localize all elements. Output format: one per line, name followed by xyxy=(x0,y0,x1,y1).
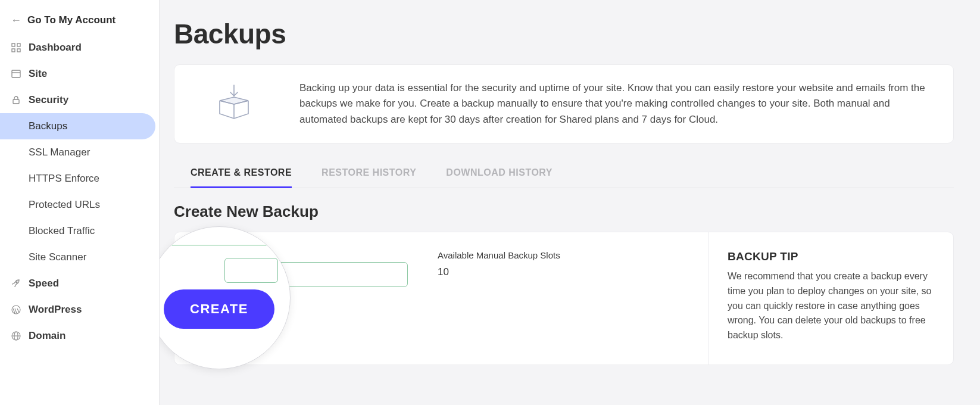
sidebar-item-label: Dashboard xyxy=(29,42,82,54)
create-button-label: CREATE xyxy=(190,301,248,316)
svg-rect-2 xyxy=(12,49,15,52)
tab-label: CREATE & RESTORE xyxy=(191,167,292,177)
sidebar-item-label: Security xyxy=(29,94,68,106)
svg-point-7 xyxy=(16,282,17,283)
sidebar-subitem-site-scanner[interactable]: Site Scanner xyxy=(0,244,159,270)
svg-rect-4 xyxy=(12,70,20,77)
sidebar-subitem-blocked-traffic[interactable]: Blocked Traffic xyxy=(0,218,159,244)
sidebar-subitem-backups[interactable]: Backups xyxy=(0,113,155,139)
sidebar-item-domain[interactable]: Domain xyxy=(0,323,159,349)
sidebar-item-label: WordPress xyxy=(29,304,82,316)
slots-value: 10 xyxy=(438,266,689,278)
tip-text: We recommend that you create a backup ev… xyxy=(728,269,934,343)
go-to-account-link[interactable]: ← Go To My Account xyxy=(0,8,159,35)
tabs: CREATE & RESTORE RESTORE HISTORY DOWNLOA… xyxy=(174,159,954,188)
lock-icon xyxy=(11,95,21,105)
tab-label: DOWNLOAD HISTORY xyxy=(446,167,553,177)
wordpress-icon xyxy=(11,304,21,315)
sidebar-subitem-label: Backups xyxy=(29,120,67,132)
tab-download-history[interactable]: DOWNLOAD HISTORY xyxy=(446,159,553,188)
svg-rect-3 xyxy=(17,49,20,52)
sidebar-subitem-https-enforce[interactable]: HTTPS Enforce xyxy=(0,166,159,192)
info-card: Backing up your data is essential for th… xyxy=(174,64,954,144)
sidebar-subitem-label: HTTPS Enforce xyxy=(29,173,99,185)
main-content: Backups Backing up your data is essentia… xyxy=(160,0,980,405)
go-to-account-label: Go To My Account xyxy=(27,14,116,26)
slots-label: Available Manual Backup Slots xyxy=(438,250,689,260)
svg-rect-0 xyxy=(12,43,15,46)
tab-label: RESTORE HISTORY xyxy=(322,167,416,177)
sidebar-subitem-label: Site Scanner xyxy=(29,251,86,263)
sidebar-subitem-ssl-manager[interactable]: SSL Manager xyxy=(0,139,159,166)
site-icon xyxy=(11,68,21,79)
backup-tip-panel: BACKUP TIP We recommend that you create … xyxy=(708,232,953,364)
sidebar-item-security[interactable]: Security xyxy=(0,87,159,113)
sidebar-item-speed[interactable]: Speed xyxy=(0,270,159,297)
sidebar-subitem-label: SSL Manager xyxy=(29,147,90,158)
magnifier-divider xyxy=(165,245,273,245)
sidebar-item-site[interactable]: Site xyxy=(0,61,159,87)
dashboard-icon xyxy=(11,42,21,53)
svg-rect-1 xyxy=(17,43,20,46)
page-title: Backups xyxy=(174,18,954,50)
sidebar-item-label: Domain xyxy=(29,330,65,342)
create-backup-card: Available Manual Backup Slots 10 BACKUP … xyxy=(174,232,954,365)
globe-icon xyxy=(11,331,21,341)
create-button[interactable]: CREATE xyxy=(164,289,274,329)
speed-icon xyxy=(11,278,21,289)
svg-rect-6 xyxy=(13,99,19,104)
sidebar-subitem-label: Blocked Traffic xyxy=(29,225,95,237)
tab-create-restore[interactable]: CREATE & RESTORE xyxy=(191,159,292,188)
create-section-title: Create New Backup xyxy=(174,202,954,221)
slots-column: Available Manual Backup Slots 10 xyxy=(438,250,689,347)
info-description: Backing up your data is essential for th… xyxy=(299,80,935,127)
sidebar-item-wordpress[interactable]: WordPress xyxy=(0,297,159,323)
magnifier-input-outline xyxy=(224,258,278,283)
arrow-left-icon: ← xyxy=(11,15,21,26)
backup-box-icon xyxy=(192,83,276,126)
sidebar-subitem-protected-urls[interactable]: Protected URLs xyxy=(0,192,159,218)
tab-restore-history[interactable]: RESTORE HISTORY xyxy=(322,159,416,188)
sidebar-subitem-label: Protected URLs xyxy=(29,199,100,211)
sidebar-item-dashboard[interactable]: Dashboard xyxy=(0,35,159,61)
sidebar: ← Go To My Account Dashboard Site Securi… xyxy=(0,0,160,405)
sidebar-item-label: Site xyxy=(29,68,47,80)
tip-title: BACKUP TIP xyxy=(728,250,934,263)
sidebar-item-label: Speed xyxy=(29,278,59,289)
